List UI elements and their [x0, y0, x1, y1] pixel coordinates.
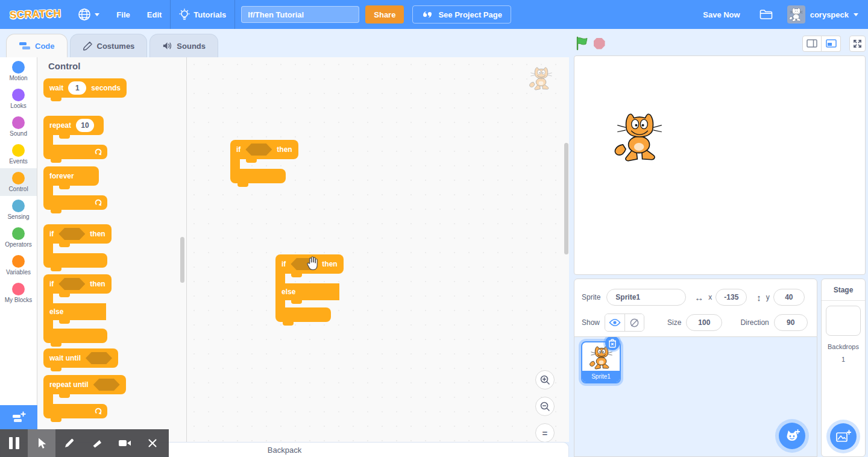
block-repeat[interactable]: repeat 10: [43, 116, 107, 159]
small-stage-icon: [807, 39, 817, 48]
block-number-input[interactable]: 10: [76, 119, 94, 132]
highlighter-icon: [91, 437, 103, 449]
cat-watermark: [528, 64, 555, 93]
block-if-then-else[interactable]: if then else: [43, 274, 112, 343]
boolean-slot[interactable]: [58, 278, 85, 290]
add-sprite-button[interactable]: [779, 423, 805, 449]
boolean-slot[interactable]: [245, 143, 272, 156]
stop-recording-button[interactable]: [139, 429, 166, 457]
block-text: if: [49, 230, 54, 238]
tab-code[interactable]: Code: [6, 34, 68, 57]
boolean-slot[interactable]: [58, 228, 85, 240]
cat-sprite[interactable]: [612, 109, 667, 165]
add-backdrop-button[interactable]: [830, 423, 857, 450]
tutorials-label: Tutorials: [193, 10, 226, 19]
canvas-block-if-then[interactable]: if then: [230, 140, 298, 183]
zoom-out-button[interactable]: [535, 397, 555, 416]
zoom-controls: =: [535, 370, 555, 443]
sidebar-item-my-blocks[interactable]: My Blocks: [0, 279, 37, 307]
block-if-then[interactable]: if then: [43, 224, 112, 268]
share-button[interactable]: Share: [365, 5, 404, 24]
scratch-logo[interactable]: SCRATCH: [10, 8, 61, 22]
eye-slash-icon: [629, 318, 640, 328]
see-project-page-button[interactable]: See Project Page: [412, 5, 511, 24]
zoom-reset-icon: =: [542, 428, 548, 438]
sidebar-item-motion[interactable]: Motion: [0, 57, 37, 85]
show-hidden-button[interactable]: [624, 314, 644, 331]
boolean-slot[interactable]: [93, 379, 120, 391]
delete-sprite-button[interactable]: [605, 336, 620, 350]
cursor-tool-button[interactable]: [28, 429, 55, 457]
category-color-dot: [12, 61, 25, 74]
palette-scrollbar[interactable]: [180, 237, 184, 283]
pause-recording-button[interactable]: [0, 429, 28, 457]
code-canvas[interactable]: if then if then else: [187, 57, 569, 442]
webcam-toggle-button[interactable]: [111, 429, 139, 457]
stop-button[interactable]: [591, 35, 608, 52]
username: coryspeck: [810, 10, 849, 19]
block-wait-until[interactable]: wait until: [43, 348, 118, 368]
folder-icon: [760, 9, 773, 20]
sidebar-item-sensing[interactable]: Sensing: [0, 196, 37, 224]
large-stage-button[interactable]: [822, 36, 841, 52]
category-color-dot: [12, 144, 25, 157]
block-text: then: [277, 146, 292, 153]
backdrop-thumbnail[interactable]: [826, 306, 861, 336]
sidebar-item-control[interactable]: Control: [0, 168, 37, 196]
zoom-reset-button[interactable]: =: [535, 423, 555, 443]
extension-icon: [11, 411, 26, 424]
pen-tool-button[interactable]: [55, 429, 83, 457]
menu-divider: [234, 0, 235, 29]
block-text: then: [90, 280, 105, 288]
tab-sounds[interactable]: Sounds: [149, 34, 218, 57]
sidebar-item-sound[interactable]: Sound: [0, 113, 37, 140]
show-visible-button[interactable]: [605, 314, 624, 331]
account-menu[interactable]: coryspeck: [781, 0, 868, 29]
zoom-in-icon: [539, 374, 550, 385]
sprite-label: Sprite: [582, 293, 600, 301]
canvas-scrollbar[interactable]: [564, 143, 568, 254]
x-position-input[interactable]: [715, 289, 747, 306]
sidebar-item-looks[interactable]: Looks: [0, 85, 37, 113]
show-label: Show: [582, 318, 600, 327]
direction-label: Direction: [740, 318, 769, 327]
show-toggle: [605, 314, 644, 332]
sidebar-item-variables[interactable]: Variables: [0, 251, 37, 279]
save-now-button[interactable]: Save Now: [692, 0, 750, 29]
category-label: Events: [9, 158, 28, 165]
stage-selector-panel[interactable]: Stage Backdrops 1: [821, 279, 866, 457]
tab-label: Sounds: [177, 42, 206, 51]
y-position-input[interactable]: [773, 289, 805, 306]
green-flag-button[interactable]: [574, 35, 591, 52]
sidebar-item-operators[interactable]: Operators: [0, 224, 37, 251]
sidebar-item-events[interactable]: Events: [0, 140, 37, 168]
stage-size-toggle: [802, 36, 841, 52]
menu-tutorials[interactable]: Tutorials: [171, 0, 234, 29]
sprite-list[interactable]: Sprite1: [574, 337, 817, 457]
boolean-slot[interactable]: [86, 352, 112, 364]
block-forever[interactable]: forever: [43, 166, 107, 210]
menu-edit[interactable]: Edit: [139, 0, 171, 29]
menu-file[interactable]: File: [108, 0, 138, 29]
stage[interactable]: [574, 55, 866, 275]
sprite-name-input[interactable]: [606, 289, 686, 306]
brush-icon: [83, 41, 93, 51]
my-stuff-button[interactable]: [751, 9, 781, 20]
small-stage-button[interactable]: [802, 36, 822, 52]
tab-costumes[interactable]: Costumes: [70, 34, 148, 57]
direction-input[interactable]: [774, 314, 808, 331]
zoom-in-button[interactable]: [535, 370, 555, 389]
block-repeat-until[interactable]: repeat until: [43, 375, 126, 418]
fullscreen-button[interactable]: [849, 36, 866, 52]
block-categories-sidebar: Motion Looks Sound Events Control Sensin…: [0, 57, 37, 442]
block-wait-seconds[interactable]: wait 1 seconds: [43, 78, 127, 98]
highlighter-tool-button[interactable]: [83, 429, 111, 457]
menu-bar: SCRATCH File Edit Tutorials Share See Pr…: [0, 0, 868, 29]
eye-icon: [609, 318, 621, 327]
project-title-input[interactable]: [241, 6, 359, 23]
size-input[interactable]: [686, 314, 722, 331]
add-extension-button[interactable]: [0, 405, 37, 429]
block-number-input[interactable]: 1: [68, 81, 86, 95]
size-label: Size: [667, 318, 681, 327]
language-selector[interactable]: [69, 0, 108, 29]
